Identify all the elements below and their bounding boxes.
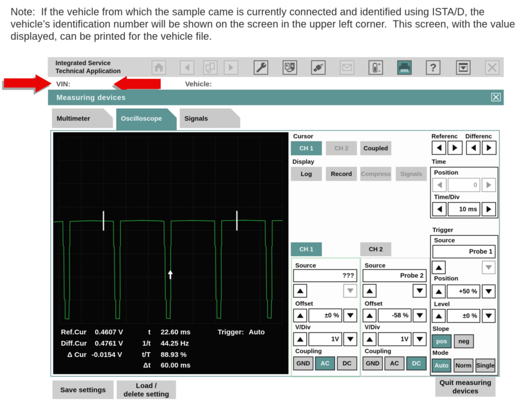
svg-text:0.4761 V: 0.4761 V: [95, 339, 123, 347]
svg-text:1/t: 1/t: [142, 339, 151, 347]
svg-text:Δt: Δt: [143, 361, 151, 369]
svg-text:?: ?: [430, 61, 437, 74]
svg-text:0.4607 V: 0.4607 V: [95, 328, 123, 336]
svg-text:Auto: Auto: [249, 328, 265, 336]
svg-text:Δ Cur: Δ Cur: [67, 351, 87, 358]
svg-text:22.60 ms: 22.60 ms: [161, 328, 190, 336]
svg-text:60.00 ms: 60.00 ms: [161, 361, 190, 369]
svg-text:t: t: [148, 328, 151, 336]
svg-text:Ref.Cur: Ref.Cur: [61, 328, 87, 336]
svg-text:Trigger:: Trigger:: [218, 328, 244, 336]
svg-text:Diff.Cur: Diff.Cur: [61, 339, 87, 347]
svg-text:t/T: t/T: [142, 351, 151, 358]
svg-text:44.25 Hz: 44.25 Hz: [161, 339, 189, 347]
svg-text:88.93 %: 88.93 %: [161, 351, 187, 358]
svg-text:-0.0154 V: -0.0154 V: [92, 351, 122, 358]
